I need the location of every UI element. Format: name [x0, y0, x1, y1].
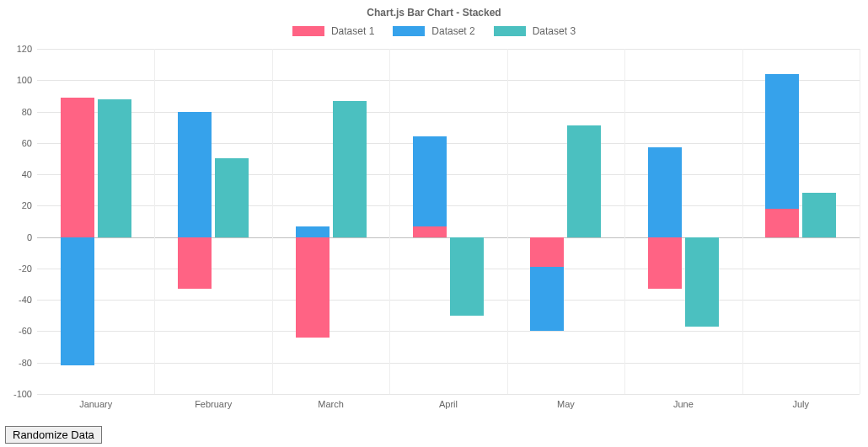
bar-segment[interactable]	[530, 237, 564, 267]
bar-segment[interactable]	[802, 193, 836, 237]
grid-line	[37, 269, 860, 269]
bar-segment[interactable]	[648, 147, 682, 237]
y-tick-label: -80	[7, 358, 32, 368]
bar-segment[interactable]	[413, 136, 447, 226]
legend-item-dataset-3[interactable]: Dataset 3	[494, 25, 576, 37]
chart-title: Chart.js Bar Chart - Stacked	[0, 0, 868, 19]
y-tick-label: -20	[7, 263, 32, 274]
bar-segment[interactable]	[567, 125, 601, 237]
grid-vline	[272, 49, 273, 394]
legend-label-1: Dataset 1	[331, 25, 374, 37]
legend-label-3: Dataset 3	[533, 25, 576, 37]
y-tick-label: 60	[7, 138, 32, 148]
grid-line	[37, 394, 860, 395]
grid-line	[37, 112, 860, 113]
x-tick-label: June	[673, 399, 694, 409]
bar-segment[interactable]	[333, 101, 367, 237]
bar-segment[interactable]	[61, 98, 94, 237]
plot-area: -100-80-60-40-20020406080100120JanuaryFe…	[37, 49, 860, 394]
grid-vline	[389, 49, 390, 394]
bar-segment[interactable]	[296, 237, 330, 338]
grid-line	[37, 80, 860, 81]
x-tick-label: January	[79, 399, 112, 409]
grid-vline	[624, 49, 625, 394]
bar-segment[interactable]	[450, 237, 484, 316]
bar-segment[interactable]	[296, 226, 330, 237]
x-tick-label: May	[557, 399, 575, 409]
chart-legend: Dataset 1 Dataset 2 Dataset 3	[0, 25, 868, 37]
grid-vline	[860, 49, 860, 394]
grid-vline	[507, 49, 508, 394]
legend-swatch-3	[494, 26, 526, 36]
bar-segment[interactable]	[178, 237, 212, 290]
y-tick-label: 80	[7, 107, 32, 117]
bar-segment[interactable]	[61, 237, 94, 366]
bar-segment[interactable]	[413, 226, 447, 237]
y-tick-label: 120	[7, 44, 32, 54]
x-tick-label: April	[439, 399, 458, 409]
bar-segment[interactable]	[765, 74, 799, 209]
bar-segment[interactable]	[685, 237, 719, 327]
bar-segment[interactable]	[178, 112, 212, 237]
randomize-data-button[interactable]: Randomize Data	[5, 426, 102, 444]
grid-line	[37, 143, 860, 144]
bar-segment[interactable]	[98, 99, 131, 237]
x-tick-label: February	[195, 399, 232, 409]
grid-line	[37, 331, 860, 332]
legend-item-dataset-1[interactable]: Dataset 1	[292, 25, 374, 37]
bar-segment[interactable]	[765, 209, 799, 237]
x-tick-label: March	[318, 399, 344, 409]
grid-line	[37, 49, 860, 50]
bar-segment[interactable]	[648, 237, 682, 290]
chart-container: Chart.js Bar Chart - Stacked Dataset 1 D…	[0, 0, 868, 429]
grid-line	[37, 363, 860, 364]
y-tick-label: 40	[7, 169, 32, 179]
legend-item-dataset-2[interactable]: Dataset 2	[393, 25, 474, 37]
grid-line	[37, 205, 860, 206]
bar-segment[interactable]	[530, 267, 564, 331]
y-tick-label: -100	[7, 389, 32, 399]
bar-segment[interactable]	[215, 158, 249, 237]
legend-label-2: Dataset 2	[431, 25, 474, 37]
x-tick-label: July	[793, 399, 810, 409]
legend-swatch-1	[292, 26, 324, 36]
y-tick-label: 20	[7, 200, 32, 210]
y-tick-label: -60	[7, 326, 32, 336]
y-tick-label: 100	[7, 75, 32, 85]
y-tick-label: -40	[7, 295, 32, 305]
legend-swatch-2	[393, 26, 425, 36]
y-tick-label: 0	[7, 232, 32, 242]
grid-vline	[742, 49, 743, 394]
grid-line	[37, 174, 860, 175]
grid-vline	[154, 49, 155, 394]
grid-line	[37, 237, 860, 238]
grid-line	[37, 300, 860, 301]
